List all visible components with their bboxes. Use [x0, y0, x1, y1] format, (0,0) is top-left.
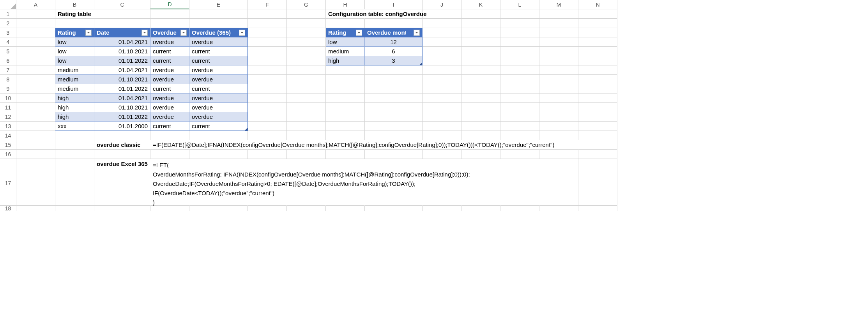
cell-B14[interactable]: [55, 131, 94, 140]
cell-N16[interactable]: [578, 150, 617, 159]
cell-N2[interactable]: [578, 19, 617, 28]
cell-G13[interactable]: [287, 122, 326, 131]
table-cell[interactable]: 01.10.2021: [94, 103, 150, 112]
col-header-G[interactable]: G: [287, 0, 326, 9]
cell-D16[interactable]: [150, 150, 189, 159]
cell-J11[interactable]: [423, 103, 461, 112]
cell-C17[interactable]: overdue Excel 365: [94, 159, 150, 206]
cell-K14[interactable]: [461, 131, 500, 140]
cell-G12[interactable]: [287, 112, 326, 122]
cell-C16[interactable]: [94, 150, 150, 159]
col-header-N[interactable]: N: [578, 0, 617, 9]
table-cell[interactable]: overdue: [189, 37, 248, 47]
row-header-7[interactable]: 7: [0, 65, 16, 75]
row-header-14[interactable]: 14: [0, 131, 16, 140]
cell-K3[interactable]: [461, 28, 500, 37]
table-cell[interactable]: 01.01.2022: [94, 112, 150, 122]
cell-L17[interactable]: [500, 159, 539, 206]
table-cell[interactable]: current: [150, 84, 189, 94]
cell-M17[interactable]: [539, 159, 578, 206]
row-header-12[interactable]: 12: [0, 112, 16, 122]
cell-K4[interactable]: [461, 37, 500, 47]
row-header-2[interactable]: 2: [0, 19, 16, 28]
filter-dropdown-icon[interactable]: [85, 30, 92, 36]
cell-B1[interactable]: Rating table: [55, 9, 94, 19]
cell-J10[interactable]: [423, 94, 461, 103]
cell-F2[interactable]: [248, 19, 287, 28]
cell-A8[interactable]: [16, 75, 55, 84]
cell-F1[interactable]: [248, 9, 287, 19]
cell-J5[interactable]: [423, 47, 461, 56]
config-table-header-rating[interactable]: Rating: [326, 28, 365, 37]
cell-M9[interactable]: [539, 84, 578, 94]
cell-F11[interactable]: [248, 103, 287, 112]
cell-A15[interactable]: [16, 140, 55, 150]
row-header-9[interactable]: 9: [0, 84, 16, 94]
cell-B15[interactable]: [55, 140, 94, 150]
cell-G16[interactable]: [287, 150, 326, 159]
cell-M1[interactable]: [539, 9, 578, 19]
cell-G3[interactable]: [287, 28, 326, 37]
cell-J1[interactable]: [423, 9, 461, 19]
cell-J8[interactable]: [423, 75, 461, 84]
config-table-header-months[interactable]: Overdue months: [365, 28, 423, 37]
cell-K6[interactable]: [461, 56, 500, 65]
cell-G8[interactable]: [287, 75, 326, 84]
cell-M2[interactable]: [539, 19, 578, 28]
cell-I11[interactable]: [365, 103, 423, 112]
cell-N4[interactable]: [578, 37, 617, 47]
cell-G4[interactable]: [287, 37, 326, 47]
filter-dropdown-icon[interactable]: [180, 30, 187, 36]
cell-L8[interactable]: [500, 75, 539, 84]
cell-F13[interactable]: [248, 122, 287, 131]
cell-A7[interactable]: [16, 65, 55, 75]
cell-J12[interactable]: [423, 112, 461, 122]
cell-I7[interactable]: [365, 65, 423, 75]
cell-D14[interactable]: [150, 131, 189, 140]
cell-E1[interactable]: [189, 9, 248, 19]
cell-M3[interactable]: [539, 28, 578, 37]
table-cell[interactable]: high: [55, 103, 94, 112]
cell-G5[interactable]: [287, 47, 326, 56]
cell-M5[interactable]: [539, 47, 578, 56]
table-cell[interactable]: current: [150, 56, 189, 65]
cell-K1[interactable]: [461, 9, 500, 19]
cell-H14[interactable]: [326, 131, 365, 140]
cell-K10[interactable]: [461, 94, 500, 103]
table-cell[interactable]: 6: [365, 47, 423, 56]
cell-F7[interactable]: [248, 65, 287, 75]
cell-N13[interactable]: [578, 122, 617, 131]
cell-F16[interactable]: [248, 150, 287, 159]
cell-A9[interactable]: [16, 84, 55, 94]
table-cell[interactable]: 01.10.2021: [94, 47, 150, 56]
cell-H2[interactable]: [326, 19, 365, 28]
cell-I12[interactable]: [365, 112, 423, 122]
cell-B17[interactable]: [55, 159, 94, 206]
rating-table-header-overdue365[interactable]: Overdue (365): [189, 28, 248, 37]
cell-A16[interactable]: [16, 150, 55, 159]
cell-B18[interactable]: [55, 206, 94, 211]
col-header-M[interactable]: M: [539, 0, 578, 9]
cell-A1[interactable]: [16, 9, 55, 19]
cell-J3[interactable]: [423, 28, 461, 37]
cell-H7[interactable]: [326, 65, 365, 75]
cell-L4[interactable]: [500, 37, 539, 47]
cell-N12[interactable]: [578, 112, 617, 122]
cell-M16[interactable]: [539, 150, 578, 159]
table-cell[interactable]: current: [150, 122, 189, 131]
cell-K5[interactable]: [461, 47, 500, 56]
col-header-E[interactable]: E: [189, 0, 248, 9]
cell-N7[interactable]: [578, 65, 617, 75]
cell-F9[interactable]: [248, 84, 287, 94]
row-header-10[interactable]: 10: [0, 94, 16, 103]
col-header-A[interactable]: A: [16, 0, 55, 9]
cell-I9[interactable]: [365, 84, 423, 94]
cell-A6[interactable]: [16, 56, 55, 65]
cell-I13[interactable]: [365, 122, 423, 131]
cell-A10[interactable]: [16, 94, 55, 103]
cell-J7[interactable]: [423, 65, 461, 75]
cell-H11[interactable]: [326, 103, 365, 112]
cell-A12[interactable]: [16, 112, 55, 122]
cell-E16[interactable]: [189, 150, 248, 159]
table-cell[interactable]: 01.04.2021: [94, 37, 150, 47]
